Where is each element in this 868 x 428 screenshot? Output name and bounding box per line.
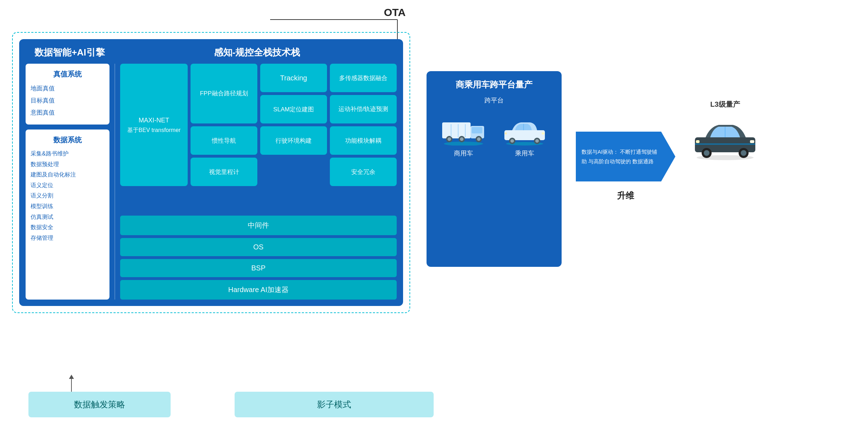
commercial-vehicle-label: 商用车 [454, 149, 473, 158]
perception-grid: MAXI-NET 基于BEV transformer Tracking 多传感器… [120, 64, 397, 213]
truth-system-items: 地面真值 目标真值 意图真值 [31, 83, 105, 119]
slam-box: SLAM定位建图 [260, 95, 327, 123]
l3-label: L3级量产 [710, 100, 740, 109]
data-ai-title: 数据智能+AI引擎 [26, 46, 114, 59]
svg-point-31 [741, 150, 746, 156]
svg-point-10 [460, 137, 464, 141]
upgrade-description: 数据与AI驱动： 不断打通驾驶辅助 与高阶自动驾驶的 数据通路 [582, 147, 660, 166]
data-item-3: 建图及自动化标注 [31, 169, 105, 180]
svg-rect-34 [695, 143, 755, 145]
safety-redundancy-box: 安全冗余 [330, 158, 397, 186]
svg-point-8 [448, 137, 451, 141]
data-item-2: 数据预处理 [31, 159, 105, 170]
truth-item-2: 目标真值 [31, 95, 105, 107]
svg-point-22 [535, 139, 539, 143]
hardware-ai-bar: Hardware AI加速器 [120, 280, 397, 300]
cross-platform-label: 跨平台 [433, 96, 555, 105]
tracking-box: Tracking [260, 64, 327, 92]
svg-rect-4 [442, 122, 471, 138]
passenger-vehicle-label: 乘用车 [515, 149, 534, 158]
func-decouple-box: 功能模块解耦 [330, 126, 397, 155]
maxi-net-label: MAXI-NET [127, 115, 181, 126]
empty-cell [260, 158, 327, 186]
data-system-items: 采集&路书维护 数据预处理 建图及自动化标注 语义定位 语义分割 模型训练 仿真… [31, 148, 105, 243]
truth-item-3: 意图真值 [31, 107, 105, 119]
data-trigger-box: 数据触发策略 [28, 392, 171, 417]
car-icon [502, 115, 548, 146]
middleware-bar: 中间件 [120, 216, 397, 235]
data-item-6: 模型训练 [31, 201, 105, 212]
svg-rect-23 [542, 132, 545, 134]
data-item-1: 采集&路书维护 [31, 148, 105, 159]
l3-car-icon [690, 114, 761, 160]
driving-env-box: 行驶环境构建 [260, 126, 327, 155]
data-item-7: 仿真测试 [31, 212, 105, 222]
svg-point-12 [477, 137, 481, 141]
svg-rect-33 [696, 140, 700, 143]
l3-section: L3级量产 [690, 100, 761, 160]
data-system-box: 数据系统 采集&路书维护 数据预处理 建图及自动化标注 语义定位 语义分割 模型… [26, 130, 109, 300]
upgrade-label: 升维 [617, 190, 634, 201]
multi-sensor-box: 多传感器数据融合 [330, 64, 397, 92]
commercial-vehicle-item: 商用车 [440, 115, 487, 158]
perception-column: MAXI-NET 基于BEV transformer Tracking 多传感器… [120, 64, 397, 300]
upgrade-arrow-container: 数据与AI驱动： 不断打通驾驶辅助 与高阶自动驾驶的 数据通路 [576, 132, 675, 181]
data-ai-column: 真值系统 地面真值 目标真值 意图真值 数据系统 采集&路书维护 数据预处理 建… [26, 64, 109, 300]
truth-system-title: 真值系统 [31, 69, 105, 79]
main-left-section: 数据智能+AI引擎 感知-规控全栈技术栈 真值系统 地面真值 目标真值 意图真值… [19, 39, 403, 306]
data-system-title: 数据系统 [31, 135, 105, 145]
truth-system-box: 真值系统 地面真值 目标真值 意图真值 [26, 64, 109, 125]
truck-icon [440, 115, 487, 146]
svg-rect-6 [472, 127, 482, 133]
visual-odometry-box: 视觉里程计 [191, 158, 257, 186]
shadow-mode-box: 影子模式 [235, 392, 434, 417]
svg-rect-32 [750, 140, 754, 143]
upgrade-section: 数据与AI驱动： 不断打通驾驶辅助 与高阶自动驾驶的 数据通路 升维 [576, 132, 675, 201]
bsp-bar: BSP [120, 259, 397, 277]
fpp-box: FPP融合路径规划 [191, 64, 257, 123]
os-bar: OS [120, 238, 397, 256]
data-item-4: 语义定位 [31, 180, 105, 191]
commercial-title: 商乘用车跨平台量产 [433, 79, 555, 90]
perception-title: 感知-规控全栈技术栈 [117, 46, 397, 59]
truth-item-1: 地面真值 [31, 83, 105, 95]
vehicle-row: 商用车 乘用车 [433, 115, 555, 158]
svg-point-20 [510, 139, 514, 143]
inertial-box: 惯性导航 [191, 126, 257, 155]
ota-label: OTA [384, 6, 406, 19]
data-item-8: 数据安全 [31, 222, 105, 233]
maxi-net-box: MAXI-NET 基于BEV transformer [120, 64, 188, 186]
data-item-9: 存储管理 [31, 233, 105, 243]
svg-rect-24 [505, 132, 507, 134]
commercial-section: 商乘用车跨平台量产 跨平台 [427, 71, 562, 267]
passenger-vehicle-item: 乘用车 [502, 115, 548, 158]
data-item-5: 语义分割 [31, 190, 105, 201]
svg-marker-36 [69, 375, 74, 379]
maxi-net-sublabel: 基于BEV transformer [127, 126, 181, 135]
svg-point-29 [704, 150, 709, 156]
motion-box: 运动补偿/轨迹预测 [330, 95, 397, 123]
vertical-divider [114, 64, 115, 300]
